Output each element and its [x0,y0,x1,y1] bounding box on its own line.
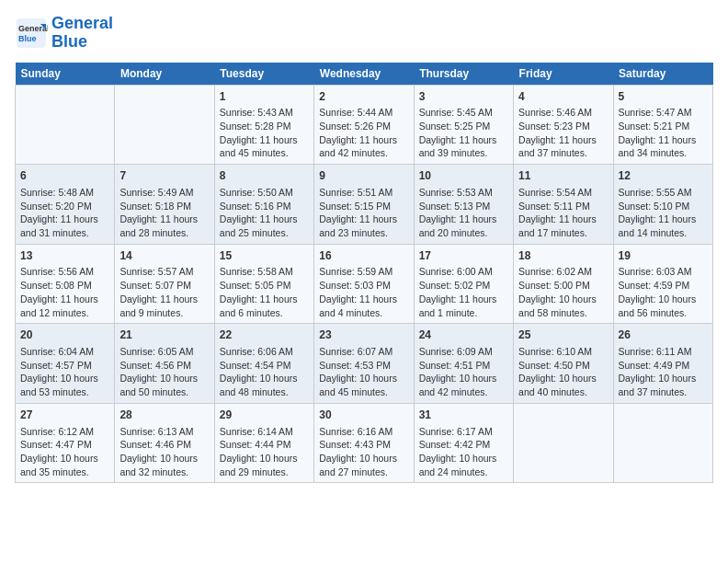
cell-content: Sunrise: 6:13 AM Sunset: 4:46 PM Dayligh… [119,425,209,479]
calendar-cell: 8Sunrise: 5:50 AM Sunset: 5:16 PM Daylig… [214,165,313,245]
day-number: 19 [619,248,708,264]
calendar-cell [115,85,214,165]
cell-content: Sunrise: 5:53 AM Sunset: 5:13 PM Dayligh… [419,186,508,240]
cell-content: Sunrise: 6:00 AM Sunset: 5:02 PM Dayligh… [419,265,508,319]
day-number: 9 [319,168,408,184]
calendar-cell: 17Sunrise: 6:00 AM Sunset: 5:02 PM Dayli… [414,244,513,324]
calendar-week-5: 27Sunrise: 6:12 AM Sunset: 4:47 PM Dayli… [16,403,713,483]
day-number: 18 [518,248,608,264]
cell-content: Sunrise: 5:44 AM Sunset: 5:26 PM Dayligh… [319,106,408,160]
page-header: General Blue GeneralBlue [15,15,713,52]
day-number: 11 [518,168,608,184]
day-number: 25 [518,327,608,343]
day-number: 29 [220,408,309,423]
cell-content: Sunrise: 6:14 AM Sunset: 4:44 PM Dayligh… [220,425,309,479]
cell-content: Sunrise: 6:06 AM Sunset: 4:54 PM Dayligh… [220,345,309,399]
cell-content: Sunrise: 6:10 AM Sunset: 4:50 PM Dayligh… [518,345,608,399]
calendar-cell: 22Sunrise: 6:06 AM Sunset: 4:54 PM Dayli… [214,324,313,404]
cell-content: Sunrise: 6:02 AM Sunset: 5:00 PM Dayligh… [518,265,608,319]
day-number: 15 [220,248,309,264]
cell-content: Sunrise: 6:11 AM Sunset: 4:49 PM Dayligh… [619,345,708,399]
calendar-cell: 30Sunrise: 6:16 AM Sunset: 4:43 PM Dayli… [314,403,414,483]
cell-content: Sunrise: 5:49 AM Sunset: 5:18 PM Dayligh… [119,186,209,240]
calendar-cell: 12Sunrise: 5:55 AM Sunset: 5:10 PM Dayli… [613,165,712,245]
day-number: 3 [419,89,508,105]
cell-content: Sunrise: 6:12 AM Sunset: 4:47 PM Dayligh… [20,425,109,479]
day-number: 14 [119,248,209,264]
cell-content: Sunrise: 5:43 AM Sunset: 5:28 PM Dayligh… [220,106,309,160]
day-number: 30 [319,408,408,423]
calendar-cell: 5Sunrise: 5:47 AM Sunset: 5:21 PM Daylig… [613,85,712,165]
day-number: 8 [220,168,309,184]
day-number: 17 [419,248,508,264]
svg-text:Blue: Blue [18,34,37,43]
weekday-header-tuesday: Tuesday [214,63,313,86]
cell-content: Sunrise: 5:57 AM Sunset: 5:07 PM Dayligh… [119,265,209,319]
day-number: 26 [619,327,708,343]
calendar-cell: 23Sunrise: 6:07 AM Sunset: 4:53 PM Dayli… [314,324,414,404]
cell-content: Sunrise: 6:17 AM Sunset: 4:42 PM Dayligh… [419,425,508,479]
weekday-header-saturday: Saturday [613,63,712,86]
day-number: 27 [20,408,109,423]
calendar-cell: 29Sunrise: 6:14 AM Sunset: 4:44 PM Dayli… [214,403,313,483]
calendar-cell: 6Sunrise: 5:48 AM Sunset: 5:20 PM Daylig… [16,165,115,245]
calendar-cell: 7Sunrise: 5:49 AM Sunset: 5:18 PM Daylig… [115,165,214,245]
calendar-cell: 16Sunrise: 5:59 AM Sunset: 5:03 PM Dayli… [314,244,414,324]
cell-content: Sunrise: 5:54 AM Sunset: 5:11 PM Dayligh… [518,186,608,240]
day-number: 5 [619,89,708,105]
cell-content: Sunrise: 6:16 AM Sunset: 4:43 PM Dayligh… [319,425,408,479]
cell-content: Sunrise: 5:46 AM Sunset: 5:23 PM Dayligh… [518,106,608,160]
calendar-cell: 21Sunrise: 6:05 AM Sunset: 4:56 PM Dayli… [115,324,214,404]
calendar-week-4: 20Sunrise: 6:04 AM Sunset: 4:57 PM Dayli… [16,324,713,404]
calendar-cell: 10Sunrise: 5:53 AM Sunset: 5:13 PM Dayli… [414,165,513,245]
cell-content: Sunrise: 5:51 AM Sunset: 5:15 PM Dayligh… [319,186,408,240]
calendar-cell: 3Sunrise: 5:45 AM Sunset: 5:25 PM Daylig… [414,85,513,165]
day-number: 20 [20,327,109,343]
logo-icon: General Blue [15,17,48,50]
cell-content: Sunrise: 5:55 AM Sunset: 5:10 PM Dayligh… [619,186,708,240]
calendar-cell: 15Sunrise: 5:58 AM Sunset: 5:05 PM Dayli… [214,244,313,324]
cell-content: Sunrise: 5:50 AM Sunset: 5:16 PM Dayligh… [220,186,309,240]
calendar-cell [16,85,115,165]
day-number: 31 [419,408,508,423]
cell-content: Sunrise: 5:58 AM Sunset: 5:05 PM Dayligh… [220,265,309,319]
day-number: 2 [319,89,408,105]
day-number: 16 [319,248,408,264]
calendar-cell: 31Sunrise: 6:17 AM Sunset: 4:42 PM Dayli… [414,403,513,483]
day-number: 7 [119,168,209,184]
calendar-cell: 14Sunrise: 5:57 AM Sunset: 5:07 PM Dayli… [115,244,214,324]
logo: General Blue GeneralBlue [15,15,113,52]
calendar-cell: 1Sunrise: 5:43 AM Sunset: 5:28 PM Daylig… [214,85,313,165]
day-number: 13 [20,248,109,264]
weekday-header-sunday: Sunday [16,63,115,86]
day-number: 6 [20,168,109,184]
cell-content: Sunrise: 5:59 AM Sunset: 5:03 PM Dayligh… [319,265,408,319]
calendar-week-3: 13Sunrise: 5:56 AM Sunset: 5:08 PM Dayli… [16,244,713,324]
calendar-cell: 13Sunrise: 5:56 AM Sunset: 5:08 PM Dayli… [16,244,115,324]
cell-content: Sunrise: 6:09 AM Sunset: 4:51 PM Dayligh… [419,345,508,399]
cell-content: Sunrise: 5:48 AM Sunset: 5:20 PM Dayligh… [20,186,109,240]
calendar-cell: 11Sunrise: 5:54 AM Sunset: 5:11 PM Dayli… [514,165,613,245]
calendar-cell: 18Sunrise: 6:02 AM Sunset: 5:00 PM Dayli… [514,244,613,324]
calendar-week-2: 6Sunrise: 5:48 AM Sunset: 5:20 PM Daylig… [16,165,713,245]
svg-rect-0 [17,18,46,48]
cell-content: Sunrise: 5:56 AM Sunset: 5:08 PM Dayligh… [20,265,109,319]
calendar-cell: 2Sunrise: 5:44 AM Sunset: 5:26 PM Daylig… [314,85,414,165]
calendar-cell: 25Sunrise: 6:10 AM Sunset: 4:50 PM Dayli… [514,324,613,404]
cell-content: Sunrise: 6:03 AM Sunset: 4:59 PM Dayligh… [619,265,708,319]
cell-content: Sunrise: 5:45 AM Sunset: 5:25 PM Dayligh… [419,106,508,160]
weekday-header-thursday: Thursday [414,63,513,86]
calendar-cell: 9Sunrise: 5:51 AM Sunset: 5:15 PM Daylig… [314,165,414,245]
cell-content: Sunrise: 5:47 AM Sunset: 5:21 PM Dayligh… [619,106,708,160]
weekday-header-wednesday: Wednesday [314,63,414,86]
weekday-header-friday: Friday [514,63,613,86]
day-number: 22 [220,327,309,343]
calendar-cell: 28Sunrise: 6:13 AM Sunset: 4:46 PM Dayli… [115,403,214,483]
cell-content: Sunrise: 6:07 AM Sunset: 4:53 PM Dayligh… [319,345,408,399]
calendar-cell: 19Sunrise: 6:03 AM Sunset: 4:59 PM Dayli… [613,244,712,324]
calendar-cell [514,403,613,483]
weekday-header-monday: Monday [115,63,214,86]
day-number: 10 [419,168,508,184]
logo-text: GeneralBlue [51,15,113,52]
day-number: 23 [319,327,408,343]
